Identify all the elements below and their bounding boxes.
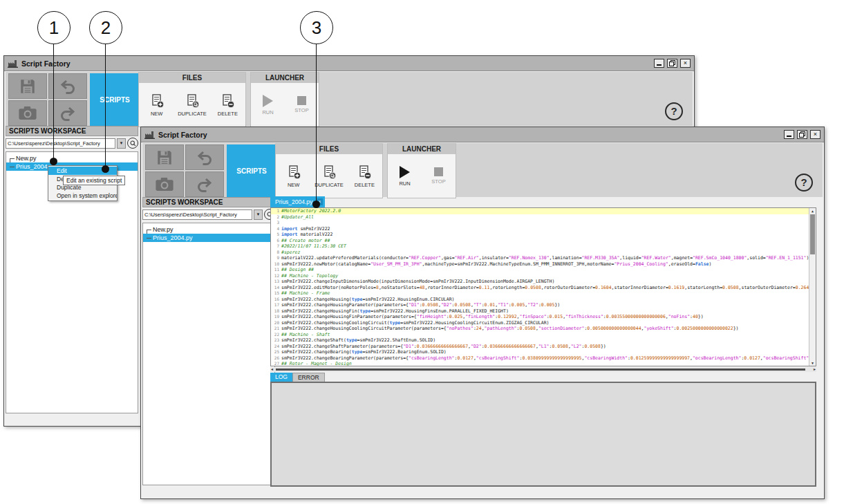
duplicate-script-icon <box>321 165 337 180</box>
code-line: 27## Rotor - Magnet - Design <box>271 361 816 366</box>
code-line: 2#Updater_All <box>271 214 816 221</box>
redo-icon <box>196 177 213 192</box>
code-line: 10smPmIr3V222.newMotor(catalogName="User… <box>271 261 816 268</box>
callout-circle-1: 1 <box>37 11 71 44</box>
tab-log[interactable]: LOG <box>270 373 292 382</box>
scroll-down-icon[interactable]: ▼ <box>809 361 816 365</box>
restore-button[interactable] <box>797 130 807 139</box>
help-button[interactable]: ? <box>795 174 813 192</box>
code-line: 15## Machine - Frame <box>271 290 816 297</box>
delete-script-button[interactable]: DELETE <box>348 157 381 196</box>
workspace-path-input[interactable]: C:\Users\sperez\Desktop\Script_Factory <box>6 138 115 149</box>
code-line: 4import smPmIr3V222 <box>271 226 816 232</box>
run-button[interactable]: RUN <box>252 86 285 124</box>
path-dropdown-button[interactable]: ▼ <box>117 138 126 149</box>
undo-button[interactable] <box>48 73 87 99</box>
close-button[interactable]: × <box>810 130 820 139</box>
undo-button[interactable] <box>185 144 224 170</box>
close-button[interactable]: × <box>680 59 691 68</box>
edit-tooltip: Edit an existing script <box>63 176 125 185</box>
duplicate-script-button[interactable]: DUPLICATE <box>176 86 209 124</box>
scroll-left-icon[interactable]: ◂ <box>271 367 273 372</box>
files-group-label: FILES <box>139 73 245 83</box>
delete-script-icon <box>357 165 372 180</box>
stop-label: STOP <box>431 178 445 185</box>
horizontal-scrollbar[interactable]: ◂ ▸ <box>270 367 816 372</box>
stage: Script Factory × SCRIPTS <box>0 0 844 504</box>
scroll-up-icon[interactable]: ▲ <box>809 209 816 213</box>
callout-circle-2: 2 <box>89 11 122 44</box>
titlebar[interactable]: Script Factory × <box>141 127 824 142</box>
scroll-right-icon[interactable]: ▸ <box>814 367 816 372</box>
app-factory-icon <box>144 131 155 139</box>
code-line: 14smPmIr3V222.editMotor(noRotorPoles=8,n… <box>271 285 816 291</box>
redo-button[interactable] <box>185 171 224 197</box>
workspace-file-tree: New.pyPrius_2004.py <box>142 223 275 485</box>
run-label: RUN <box>399 180 410 187</box>
workspace-path-input[interactable]: C:\Users\sperez\Desktop\Script_Factory <box>142 209 252 220</box>
window-title: Script Factory <box>21 59 71 68</box>
browse-folder-button[interactable] <box>127 138 138 149</box>
files-group: FILES NEW DUPLICATE DELETE <box>138 72 246 127</box>
files-group: FILES NEW DUPLICATE DELETE <box>275 143 383 198</box>
run-button[interactable]: RUN <box>388 157 422 196</box>
restore-button[interactable] <box>667 59 677 68</box>
duplicate-script-button[interactable]: DUPLICATE <box>312 157 346 196</box>
minimize-button[interactable] <box>784 130 794 139</box>
menu-item-open-explorer[interactable]: Open in system explorer <box>48 192 117 200</box>
new-label: NEW <box>288 182 300 188</box>
code-line: 22## Machine - Shaft <box>271 332 816 338</box>
log-output-panel <box>270 382 816 487</box>
tree-item-prius-2004-py[interactable]: Prius_2004.py <box>143 234 274 242</box>
save-button[interactable] <box>145 144 184 170</box>
code-line: 17smPmIr3V222.changeHousingParameter(par… <box>271 302 816 308</box>
new-script-button[interactable]: NEW <box>140 86 174 124</box>
stop-button[interactable]: STOP <box>422 157 456 196</box>
duplicate-script-icon <box>185 93 200 109</box>
tab-error[interactable]: ERROR <box>292 373 325 382</box>
minimize-button[interactable] <box>654 59 664 68</box>
scripts-tab-button[interactable]: SCRIPTS <box>90 73 140 126</box>
horizontal-scroll-thumb[interactable] <box>276 368 805 371</box>
code-line: 1#MotorFactory 2022.2.0 <box>271 208 816 214</box>
stop-icon <box>297 96 306 105</box>
titlebar[interactable]: Script Factory × <box>4 56 694 71</box>
tree-item-new-py[interactable]: New.py <box>6 154 138 162</box>
code-line: 7#2022/11/07 11:25:30 CET <box>271 243 816 250</box>
delete-script-button[interactable]: DELETE <box>211 86 244 124</box>
callout-circle-3: 3 <box>300 11 333 44</box>
screenshot-button[interactable] <box>8 100 47 126</box>
new-script-button[interactable]: NEW <box>277 157 310 196</box>
code-line: 5import materialV222 <box>271 232 816 238</box>
duplicate-label: DUPLICATE <box>178 111 207 117</box>
tree-item-new-py[interactable]: New.py <box>143 225 274 234</box>
code-line: 19smPmIr3V222.changeHousingFinParameter(… <box>271 314 816 320</box>
save-button[interactable] <box>8 73 47 99</box>
delete-label: DELETE <box>218 111 238 117</box>
vertical-scroll-thumb[interactable] <box>810 214 815 254</box>
new-script-icon <box>286 165 301 180</box>
stop-button[interactable]: STOP <box>285 86 319 124</box>
screenshot-button[interactable] <box>145 171 184 197</box>
workspace-header: SCRIPTS WORKSPACE <box>142 197 275 207</box>
code-line: 21smPmIr3V222.changeHousingCoolingCircui… <box>271 326 816 332</box>
delete-script-icon <box>220 93 235 109</box>
app-factory-icon <box>8 59 18 68</box>
delete-label: DELETE <box>355 182 375 188</box>
run-icon <box>400 166 410 178</box>
code-line: 11## Design ## <box>271 267 816 273</box>
scripts-tab-button[interactable]: SCRIPTS <box>227 144 276 197</box>
path-dropdown-button[interactable]: ▼ <box>254 209 263 220</box>
help-button[interactable]: ? <box>665 102 683 120</box>
callout-dot-1 <box>50 158 57 165</box>
save-icon <box>19 77 37 95</box>
camera-icon <box>155 177 174 192</box>
vertical-scrollbar[interactable]: ▲ ▼ <box>809 208 816 366</box>
code-line: 9materialV222.updatePreferedMaterials(co… <box>271 255 816 261</box>
code-line: 3 <box>271 220 816 226</box>
callout-dot-3 <box>312 200 320 208</box>
code-line: 6## Create motor ## <box>271 238 816 244</box>
code-editor[interactable]: 1#MotorFactory 2022.2.02#Updater_All34im… <box>270 207 816 366</box>
redo-icon <box>59 106 76 121</box>
redo-button[interactable] <box>48 100 87 126</box>
